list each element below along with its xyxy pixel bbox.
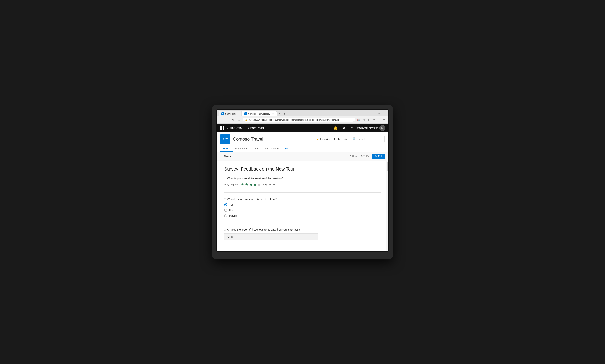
nav-item-edit[interactable]: Edit — [282, 145, 291, 152]
scrollbar-track[interactable] — [386, 161, 388, 251]
radio-maybe[interactable]: Maybe — [224, 214, 381, 217]
reader-icon[interactable]: 📖 — [356, 117, 361, 122]
star-rating[interactable]: Very negative ★ ★ ★ ★ ★ Very positive — [224, 182, 381, 187]
laptop-frame: S SharePoint S Contoso communicatio... ✕… — [212, 105, 393, 259]
close-button[interactable]: ✕ — [381, 112, 386, 116]
star-3[interactable]: ★ — [249, 182, 253, 187]
star-2[interactable]: ★ — [245, 182, 249, 187]
waffle-icon[interactable] — [220, 126, 224, 130]
drag-item-label: Cost — [228, 235, 232, 238]
avatar[interactable]: M — [379, 125, 385, 131]
share-label: Share site — [336, 138, 348, 141]
radio-no[interactable]: No — [224, 209, 381, 212]
question-2: 2. Would you recommend this tour to othe… — [224, 198, 381, 217]
lock-icon: 🔒 — [245, 119, 247, 121]
question-3: 3. Arrange the order of these tour items… — [224, 228, 381, 240]
search-box[interactable]: 🔍 — [351, 136, 385, 142]
nav-item-documents[interactable]: Documents — [232, 145, 250, 152]
back-button[interactable]: ‹ — [219, 117, 224, 122]
edit-label: Edit — [378, 155, 382, 158]
screen: S SharePoint S Contoso communicatio... ✕… — [216, 109, 389, 252]
minimize-button[interactable]: ─ — [372, 112, 376, 116]
rating-label-right: Very positive — [262, 183, 276, 186]
sp-header-actions: ★ Following ⬆ Share site 🔍 — [316, 136, 385, 142]
home-button[interactable]: ⌂ — [237, 117, 242, 122]
radio-circle-no — [224, 209, 227, 212]
o365-title: Office 365 — [227, 126, 242, 130]
question-divider-1 — [224, 192, 381, 193]
browser-icons: 📖 ☆ ⊞ ✏ ⬆ ••• — [356, 117, 386, 122]
favorites-icon[interactable]: ☆ — [362, 117, 366, 122]
question-1: 1. What is your overall impression of th… — [224, 177, 381, 187]
search-icon: 🔍 — [353, 137, 356, 141]
tab-favicon-contoso: S — [244, 112, 247, 115]
settings-icon: ⚙ — [343, 126, 345, 130]
published-text: Published 05:01 PM — [349, 155, 369, 157]
question-3-text: 3. Arrange the order of these tour items… — [224, 228, 381, 231]
star-1[interactable]: ★ — [241, 182, 244, 187]
chevron-down-icon: ▾ — [230, 155, 231, 157]
restore-button[interactable]: □ — [377, 112, 381, 116]
scrollbar-thumb[interactable] — [387, 161, 388, 171]
following-button[interactable]: ★ Following — [316, 137, 331, 141]
stars[interactable]: ★ ★ ★ ★ ★ — [241, 182, 261, 187]
page-content: Survey: Feedback on the New Tour 1. What… — [217, 161, 388, 251]
tab-sharepoint[interactable]: S SharePoint — [219, 111, 241, 116]
pen-icon[interactable]: ✏ — [372, 117, 376, 122]
sp-nav: Home Documents Pages Site contents Edit — [220, 145, 385, 152]
sp-site-identity: Cc Contoso Travel — [220, 134, 263, 144]
address-bar[interactable]: 🔒 m365x428060.sharepoint.com/sites/Conto… — [243, 118, 355, 122]
radio-label-yes: Yes — [229, 203, 233, 206]
tab-close-icon[interactable]: ✕ — [272, 112, 274, 115]
add-tab-button[interactable]: + — [277, 111, 282, 116]
refresh-button[interactable]: ↻ — [231, 117, 236, 122]
radio-yes[interactable]: Yes — [224, 203, 381, 206]
sp-site-top: Cc Contoso Travel ★ Following ⬆ Share si… — [220, 134, 385, 144]
sp-logo-text: Cc — [223, 137, 228, 142]
star-5[interactable]: ★ — [257, 182, 261, 187]
radio-circle-yes — [224, 203, 227, 206]
tab-label-contoso: Contoso communicatio... — [248, 113, 271, 115]
nav-item-home[interactable]: Home — [220, 145, 232, 152]
new-button[interactable]: + New ▾ — [220, 154, 232, 159]
address-text: m365x428060.sharepoint.com/sites/Contoso… — [249, 119, 339, 121]
o365-username: MOD Administrator — [357, 127, 378, 129]
tab-favicon-sharepoint: S — [221, 112, 224, 115]
radio-circle-maybe — [224, 214, 227, 217]
rating-label-left: Very negative — [224, 183, 239, 186]
star-icon: ★ — [316, 137, 319, 141]
published-info: Published 05:01 PM ✎ Edit — [349, 154, 385, 159]
search-input[interactable] — [358, 138, 382, 141]
new-button-label: New — [224, 155, 229, 158]
share-site-button[interactable]: ⬆ Share site — [333, 138, 348, 141]
forward-button[interactable]: › — [225, 117, 229, 122]
help-icon: ? — [351, 126, 353, 130]
collections-icon[interactable]: ⊞ — [367, 117, 371, 122]
question-1-text: 1. What is your overall impression of th… — [224, 177, 381, 180]
radio-label-maybe: Maybe — [229, 214, 237, 217]
drag-item-cost[interactable]: Cost — [224, 233, 318, 240]
content-area: Survey: Feedback on the New Tour 1. What… — [217, 161, 388, 251]
share-browser-icon[interactable]: ⬆ — [377, 117, 381, 122]
edit-button[interactable]: ✎ Edit — [372, 154, 385, 159]
pencil-icon: ✎ — [375, 155, 377, 158]
settings-button[interactable]: ⚙ — [340, 125, 347, 131]
share-icon: ⬆ — [333, 138, 336, 141]
star-4[interactable]: ★ — [253, 182, 257, 187]
nav-item-site-contents[interactable]: Site contents — [262, 145, 282, 152]
nav-item-pages[interactable]: Pages — [250, 145, 262, 152]
o365-app-title: SharePoint — [248, 126, 264, 130]
notification-button[interactable]: 🔔 — [332, 125, 339, 131]
notification-icon: 🔔 — [334, 126, 337, 130]
question-2-text: 2. Would you recommend this tour to othe… — [224, 198, 381, 201]
plus-icon: + — [221, 155, 223, 158]
help-button[interactable]: ? — [349, 125, 356, 131]
more-tabs-button[interactable]: ▾ — [282, 111, 287, 116]
tab-contoso[interactable]: S Contoso communicatio... ✕ — [242, 111, 277, 116]
following-label: Following — [320, 138, 331, 141]
sp-site-header: Cc Contoso Travel ★ Following ⬆ Share si… — [217, 132, 388, 152]
o365-bar: Office 365 SharePoint 🔔 ⚙ ? MOD Administ… — [217, 124, 388, 132]
more-icon[interactable]: ••• — [382, 117, 386, 122]
browser-chrome: S SharePoint S Contoso communicatio... ✕… — [217, 110, 388, 124]
browser-tabs: S SharePoint S Contoso communicatio... ✕… — [217, 110, 388, 116]
